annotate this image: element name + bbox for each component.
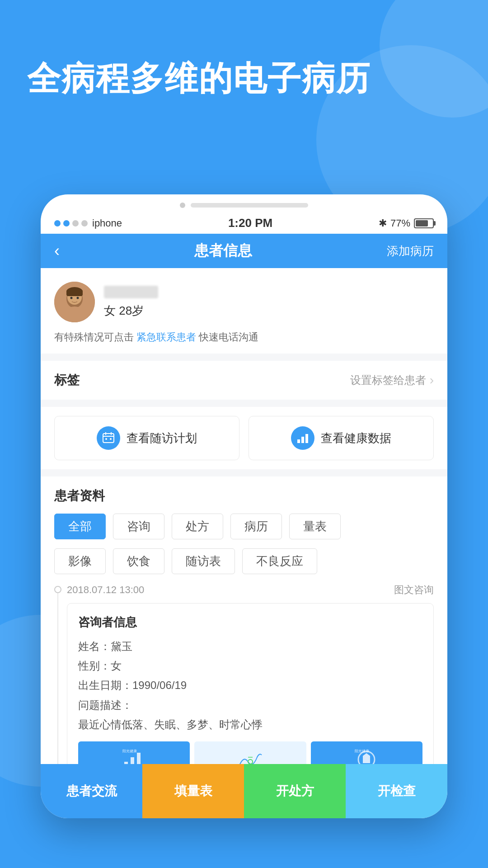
svg-point-13: [110, 438, 112, 440]
quick-actions: 查看随访计划 查看健康数据: [41, 407, 447, 469]
prescribe-button[interactable]: 开处方: [244, 764, 346, 818]
tab-adverse[interactable]: 不良反应: [242, 548, 317, 574]
contact-suffix: 快速电话沟通: [199, 331, 258, 343]
svg-point-7: [77, 297, 79, 299]
patient-avatar: [54, 282, 95, 322]
set-tags-text: 设置标签给患者: [350, 373, 426, 387]
timeline-line: [57, 593, 58, 793]
phone-content: 女 28岁 有特殊情况可点击 紧急联系患者 快速电话沟通 标签 设置标签给患者 …: [41, 268, 447, 793]
battery-icon: [414, 218, 434, 228]
tab-scale[interactable]: 量表: [289, 514, 341, 539]
nav-bar: ‹ 患者信息 添加病历: [41, 234, 447, 268]
phone-sensor-dot: [180, 203, 185, 208]
patient-data-title: 患者资料: [54, 487, 434, 505]
consult-field-dob: 出生日期：1990/06/19: [78, 675, 422, 695]
signal-dot4: [81, 220, 88, 226]
patient-info-section: 女 28岁 有特殊情况可点击 紧急联系患者 快速电话沟通: [41, 268, 447, 354]
back-button[interactable]: ‹: [54, 241, 60, 260]
svg-rect-16: [305, 434, 308, 443]
status-time: 1:20 PM: [228, 216, 272, 230]
tab-records[interactable]: 病历: [230, 514, 282, 539]
health-data-button[interactable]: 查看健康数据: [249, 416, 434, 460]
svg-point-12: [105, 438, 107, 440]
patient-name-blurred: [104, 286, 158, 298]
battery-tip: [434, 221, 436, 226]
patient-chat-label: 患者交流: [66, 783, 117, 800]
order-exam-label: 开检查: [378, 783, 416, 800]
avatar-image: [54, 282, 95, 322]
status-bar: iphone 1:20 PM ✱ 77%: [41, 212, 447, 234]
timeline-date: 2018.07.12 13:00: [67, 584, 144, 596]
fill-scale-label: 填量表: [174, 783, 212, 800]
consult-field-desc-label: 问题描述：: [78, 695, 422, 715]
phone-top-bar: [41, 194, 447, 212]
timeline-dot: [54, 586, 61, 593]
status-left: iphone: [54, 217, 122, 229]
patient-name-area: 女 28岁: [104, 286, 434, 319]
svg-text:阳光健康: 阳光健康: [355, 749, 369, 753]
battery-fill: [416, 220, 428, 226]
nav-title: 患者信息: [194, 241, 252, 261]
status-right: ✱ 77%: [379, 217, 434, 229]
signal-dot3: [72, 220, 79, 226]
patient-data-section: 患者资料 全部 咨询 处方 病历 量表 影像 饮食 随访表 不良反应: [41, 476, 447, 793]
bottom-bar: 患者交流 填量表 开处方 开检查: [41, 764, 447, 818]
bluetooth-icon: ✱: [379, 217, 387, 229]
tab-all[interactable]: 全部: [54, 514, 106, 539]
consult-field-desc: 最近心情低落、失眠、多梦、时常心悸: [78, 715, 422, 734]
signal-dot1: [54, 220, 61, 226]
visit-plan-text: 查看随访计划: [127, 430, 197, 446]
patient-header: 女 28岁: [54, 282, 434, 322]
svg-rect-5: [66, 290, 83, 296]
visit-plan-icon: [97, 426, 120, 450]
svg-point-6: [70, 297, 73, 299]
tags-section[interactable]: 标签 设置标签给患者 ›: [41, 361, 447, 400]
svg-rect-14: [297, 439, 300, 443]
timeline-type: 图文咨询: [394, 583, 434, 597]
timeline-header: 2018.07.12 13:00 图文咨询: [67, 583, 434, 597]
visit-plan-button[interactable]: 查看随访计划: [54, 416, 239, 460]
battery-percent: 77%: [390, 217, 410, 229]
health-data-icon: [291, 426, 314, 450]
patient-contact: 有特殊情况可点击 紧急联系患者 快速电话沟通: [54, 330, 434, 344]
svg-text:阳光健康: 阳光健康: [122, 749, 137, 753]
consult-field-gender: 性别：女: [78, 656, 422, 675]
tab-prescription[interactable]: 处方: [172, 514, 223, 539]
order-exam-button[interactable]: 开检查: [346, 764, 447, 818]
consult-card-title: 咨询者信息: [78, 614, 422, 630]
filter-tabs-row2: 影像 饮食 随访表 不良反应: [54, 548, 434, 574]
tab-consult[interactable]: 咨询: [113, 514, 164, 539]
timeline-item: 2018.07.12 13:00 图文咨询 咨询者信息 姓名：黛玉 性别：女 出…: [54, 583, 434, 793]
patient-gender-age: 女 28岁: [104, 303, 434, 319]
filter-tabs: 全部 咨询 处方 病历 量表: [54, 514, 434, 539]
svg-rect-8: [103, 434, 114, 443]
chart-icon: [296, 431, 310, 445]
tags-label: 标签: [54, 372, 80, 389]
calendar-icon: [102, 431, 115, 445]
page-title: 全病程多维的电子病历: [27, 59, 371, 99]
fill-scale-button[interactable]: 填量表: [142, 764, 244, 818]
signal-dot2: [63, 220, 70, 226]
phone-mockup: iphone 1:20 PM ✱ 77% ‹ 患者信息 添加病历: [41, 194, 447, 818]
patient-chat-button[interactable]: 患者交流: [41, 764, 142, 818]
health-data-text: 查看健康数据: [321, 430, 391, 446]
tab-diet[interactable]: 饮食: [113, 548, 164, 574]
svg-rect-15: [301, 437, 304, 443]
consult-field-name: 姓名：黛玉: [78, 637, 422, 656]
prescribe-label: 开处方: [276, 783, 314, 800]
avatar-svg: [54, 282, 95, 322]
contact-prefix: 有特殊情况可点击: [54, 331, 134, 343]
add-history-button[interactable]: 添加病历: [387, 243, 434, 259]
phone-notch: [191, 203, 308, 208]
tab-follow-up[interactable]: 随访表: [172, 548, 235, 574]
chevron-right-icon: ›: [430, 373, 434, 387]
carrier-label: iphone: [92, 217, 122, 229]
tags-action[interactable]: 设置标签给患者 ›: [350, 373, 434, 387]
tab-imaging[interactable]: 影像: [54, 548, 106, 574]
emergency-link[interactable]: 紧急联系患者: [136, 331, 196, 343]
